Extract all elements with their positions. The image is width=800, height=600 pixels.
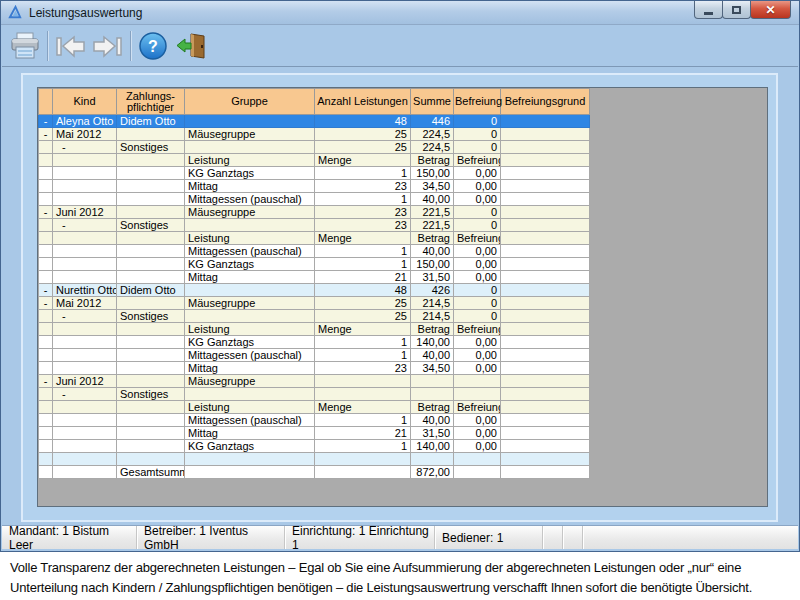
cell-anzahl[interactable]: 23 (315, 180, 411, 193)
cell-kind[interactable]: - (53, 141, 117, 154)
column-header-kind[interactable]: Kind (53, 89, 117, 115)
cell-gruppe[interactable]: Mittag (185, 427, 315, 440)
cell-gruppe[interactable] (185, 141, 315, 154)
cell-anzahl[interactable] (315, 388, 411, 401)
column-header-befreiung[interactable]: Befreiung (454, 89, 501, 115)
cell-exp[interactable] (39, 258, 53, 271)
table-row[interactable]: Mittag2131,500,00 (39, 427, 590, 440)
cell-kind[interactable] (53, 401, 117, 414)
cell-kind[interactable] (53, 349, 117, 362)
cell-summe[interactable] (411, 375, 454, 388)
maximize-button[interactable] (722, 1, 751, 19)
column-header-gruppe[interactable]: Gruppe (185, 89, 315, 115)
table-row[interactable]: LeistungMengeBetragBefreiung (39, 401, 590, 414)
cell-exp[interactable] (39, 271, 53, 284)
cell-anzahl[interactable]: Menge (315, 154, 411, 167)
cell-exp[interactable] (39, 349, 53, 362)
cell-exp[interactable] (39, 388, 53, 401)
cell-kind[interactable] (53, 180, 117, 193)
cell-gruppe[interactable]: KG Ganztags (185, 167, 315, 180)
cell-grund[interactable] (501, 258, 590, 271)
cell-anzahl[interactable]: 21 (315, 271, 411, 284)
cell-exp[interactable]: - (39, 128, 53, 141)
cell-anzahl[interactable]: 1 (315, 349, 411, 362)
cell-summe[interactable]: 224,5 (411, 128, 454, 141)
cell-kind[interactable]: - (53, 219, 117, 232)
cell-exp[interactable] (39, 401, 53, 414)
table-row[interactable]: -Juni 2012Mäusegruppe (39, 375, 590, 388)
cell-befreiung[interactable]: 0,00 (454, 440, 501, 453)
cell-gruppe[interactable]: Leistung (185, 154, 315, 167)
cell-befreiung[interactable]: 0,00 (454, 336, 501, 349)
table-row[interactable]: Mittag2334,500,00 (39, 180, 590, 193)
cell-anzahl[interactable] (315, 453, 411, 466)
cell-grund[interactable] (501, 401, 590, 414)
cell-exp[interactable]: - (39, 115, 53, 128)
cell-exp[interactable]: - (39, 297, 53, 310)
table-row[interactable]: -Mai 2012Mäusegruppe25224,50 (39, 128, 590, 141)
help-button[interactable]: ? (134, 28, 172, 64)
cell-kind[interactable] (53, 414, 117, 427)
cell-gruppe[interactable]: Mäusegruppe (185, 128, 315, 141)
cell-zp[interactable] (117, 180, 185, 193)
cell-exp[interactable] (39, 362, 53, 375)
cell-summe[interactable]: 224,5 (411, 141, 454, 154)
table-row[interactable]: Gesamtsumme872,00 (39, 466, 590, 479)
cell-gruppe[interactable] (185, 219, 315, 232)
column-header-exp[interactable] (39, 89, 53, 115)
table-row[interactable]: Mittagessen (pauschal)140,000,00 (39, 414, 590, 427)
table-row[interactable]: Mittag2131,500,00 (39, 271, 590, 284)
table-row[interactable]: -Sonstiges23221,50 (39, 219, 590, 232)
cell-anzahl[interactable]: 25 (315, 310, 411, 323)
cell-summe[interactable]: 150,00 (411, 167, 454, 180)
cell-anzahl[interactable]: 48 (315, 115, 411, 128)
cell-zp[interactable] (117, 453, 185, 466)
cell-grund[interactable] (501, 206, 590, 219)
minimize-button[interactable] (694, 1, 723, 19)
cell-gruppe[interactable]: Mittag (185, 271, 315, 284)
cell-grund[interactable] (501, 167, 590, 180)
cell-kind[interactable]: - (53, 310, 117, 323)
column-header-summe[interactable]: Summe (411, 89, 454, 115)
cell-summe[interactable]: 140,00 (411, 336, 454, 349)
cell-summe[interactable]: 214,5 (411, 310, 454, 323)
cell-gruppe[interactable]: Mittagessen (pauschal) (185, 245, 315, 258)
cell-gruppe[interactable]: Mäusegruppe (185, 375, 315, 388)
cell-exp[interactable] (39, 245, 53, 258)
table-row[interactable]: KG Ganztags1150,000,00 (39, 167, 590, 180)
cell-zp[interactable] (117, 193, 185, 206)
cell-befreiung[interactable]: 0 (454, 128, 501, 141)
cell-anzahl[interactable]: 1 (315, 245, 411, 258)
cell-kind[interactable] (53, 466, 117, 479)
cell-kind[interactable] (53, 232, 117, 245)
table-row[interactable]: -Juni 2012Mäusegruppe23221,50 (39, 206, 590, 219)
cell-grund[interactable] (501, 271, 590, 284)
cell-summe[interactable]: Betrag (411, 323, 454, 336)
cell-zp[interactable] (117, 297, 185, 310)
table-row[interactable]: -Sonstiges25224,50 (39, 141, 590, 154)
cell-grund[interactable] (501, 154, 590, 167)
cell-gruppe[interactable] (185, 310, 315, 323)
cell-grund[interactable] (501, 245, 590, 258)
cell-gruppe[interactable] (185, 466, 315, 479)
cell-grund[interactable] (501, 362, 590, 375)
table-row[interactable] (39, 453, 590, 466)
cell-grund[interactable] (501, 466, 590, 479)
cell-anzahl[interactable]: 1 (315, 440, 411, 453)
table-row[interactable]: Mittagessen (pauschal)140,000,00 (39, 193, 590, 206)
cell-summe[interactable]: 221,5 (411, 219, 454, 232)
table-row[interactable]: Mittagessen (pauschal)140,000,00 (39, 349, 590, 362)
cell-befreiung[interactable]: 0,00 (454, 258, 501, 271)
cell-grund[interactable] (501, 180, 590, 193)
cell-anzahl[interactable]: 48 (315, 284, 411, 297)
cell-kind[interactable]: Nurettin Otto (53, 284, 117, 297)
cell-zp[interactable]: Didem Otto (117, 284, 185, 297)
cell-befreiung[interactable]: 0 (454, 206, 501, 219)
cell-befreiung[interactable]: 0 (454, 284, 501, 297)
cell-befreiung[interactable]: 0 (454, 310, 501, 323)
cell-befreiung[interactable]: Befreiung (454, 154, 501, 167)
cell-zp[interactable] (117, 128, 185, 141)
cell-kind[interactable] (53, 271, 117, 284)
nav-first-button[interactable] (51, 28, 89, 64)
cell-kind[interactable]: Mai 2012 (53, 297, 117, 310)
